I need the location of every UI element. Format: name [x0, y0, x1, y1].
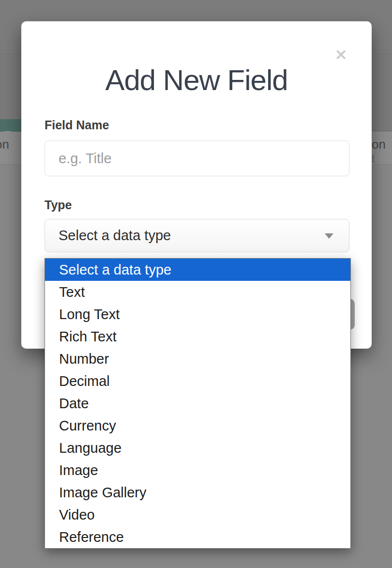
field-name-label: Field Name: [45, 118, 109, 132]
dropdown-option[interactable]: Video: [45, 504, 350, 526]
dropdown-option[interactable]: Select a data type: [45, 259, 350, 281]
dropdown-option[interactable]: Language: [45, 437, 350, 459]
dropdown-option[interactable]: Text: [45, 281, 350, 303]
dropdown-option[interactable]: Currency: [45, 414, 350, 437]
dropdown-option[interactable]: Image Gallery: [45, 481, 350, 504]
dropdown-option[interactable]: Rich Text: [45, 325, 350, 348]
type-select[interactable]: Select a data type: [45, 219, 349, 252]
dropdown-option[interactable]: Long Text: [45, 303, 350, 325]
type-label: Type: [45, 198, 72, 212]
dropdown-option[interactable]: Number: [45, 348, 350, 370]
close-icon[interactable]: ×: [334, 46, 347, 62]
dropdown-option[interactable]: Date: [45, 392, 350, 414]
dropdown-option[interactable]: Decimal: [45, 370, 350, 392]
dialog-title: Add New Field: [21, 63, 372, 97]
dropdown-option[interactable]: Image: [45, 459, 350, 481]
field-name-input[interactable]: [45, 140, 349, 176]
dropdown-option[interactable]: Reference: [45, 526, 350, 548]
chevron-down-icon: [325, 233, 333, 239]
type-dropdown-list: Select a data type Text Long Text Rich T…: [45, 258, 351, 549]
type-select-value: Select a data type: [59, 228, 171, 244]
